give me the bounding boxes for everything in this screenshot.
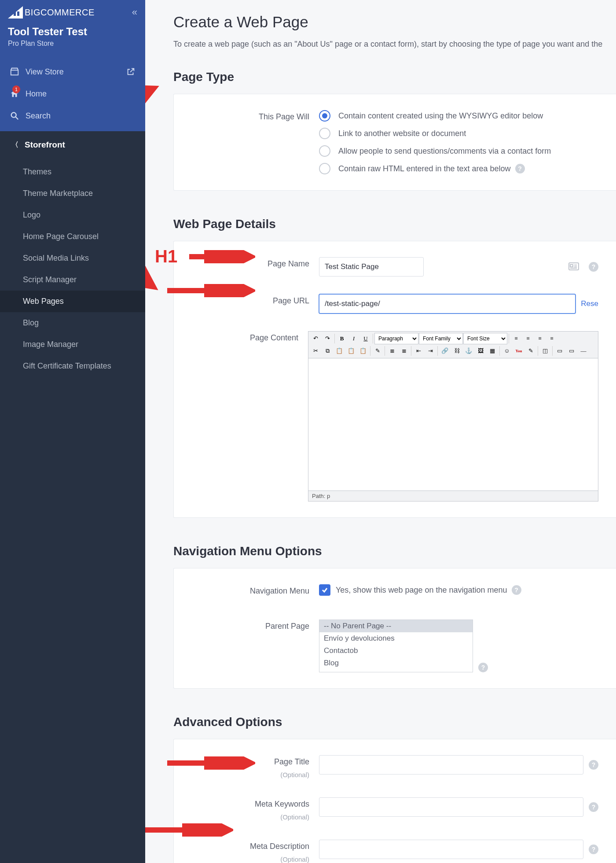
paste-text-button[interactable]: 📋 (345, 345, 357, 357)
logo[interactable]: BIGCOMMERCE (8, 6, 95, 18)
emoji-button[interactable]: ☺ (501, 345, 513, 357)
nav-item-gift-certificate-templates[interactable]: Gift Certificate Templates (0, 355, 145, 377)
clear-format-button[interactable]: ✎ (372, 345, 383, 357)
youtube-button[interactable]: You (513, 345, 524, 357)
home-link[interactable]: Home 1 (0, 83, 145, 105)
help-icon[interactable]: ? (512, 585, 521, 595)
search-label: Search (26, 111, 51, 121)
nav-item-web-pages[interactable]: Web Pages (0, 291, 145, 312)
parent-option[interactable]: -- No Parent Page -- (319, 620, 473, 632)
wysiwyg-body[interactable] (308, 358, 598, 491)
undo-button[interactable]: ↶ (310, 333, 321, 344)
page-type-option-2[interactable]: Allow people to send questions/comments … (319, 145, 551, 157)
paragraph-select[interactable]: Paragraph (374, 333, 418, 344)
nav-back-storefront[interactable]: 〈 Storefront (0, 131, 145, 159)
help-icon[interactable]: ? (589, 760, 598, 770)
align-center-button[interactable]: ≡ (522, 333, 534, 344)
chart-button[interactable]: ◫ (539, 345, 551, 357)
media-button[interactable]: ▦ (487, 345, 498, 357)
number-list-button[interactable]: ≣ (398, 345, 410, 357)
hr-button[interactable]: — (578, 345, 589, 357)
radio-icon (319, 163, 330, 174)
page-title: Create a Web Page (173, 13, 616, 31)
outdent-button[interactable]: ⇤ (413, 345, 424, 357)
wysiwyg-path: Path: p (308, 491, 598, 501)
view-store-link[interactable]: View Store (0, 61, 145, 83)
table2-button[interactable]: ▭ (566, 345, 577, 357)
page-type-option-1[interactable]: Link to another website or document (319, 128, 551, 139)
page-type-option-3[interactable]: Contain raw HTML entered in the text are… (319, 163, 551, 174)
view-store-label: View Store (26, 67, 64, 77)
radio-label: Allow people to send questions/comments … (338, 147, 551, 156)
bold-button[interactable]: B (336, 333, 348, 344)
help-icon[interactable]: ? (589, 845, 598, 854)
nav-item-social-media-links[interactable]: Social Media Links (0, 247, 145, 269)
anchor-button[interactable]: ⚓ (463, 345, 474, 357)
sidebar-header: BIGCOMMERCE « Tool Tester Test Pro Plan … (0, 0, 145, 131)
optional-meta-description: (Optional) (174, 853, 309, 863)
font-size-select[interactable]: Font Size (463, 333, 507, 344)
nav-item-blog[interactable]: Blog (0, 312, 145, 334)
edit-html-button[interactable]: ✎ (525, 345, 536, 357)
logo-commerce: COMMERCE (40, 7, 95, 17)
nav-item-image-manager[interactable]: Image Manager (0, 334, 145, 355)
parent-option[interactable]: Envío y devoluciones (319, 632, 473, 645)
page-name-input[interactable] (319, 257, 424, 277)
search-link[interactable]: Search (0, 105, 145, 127)
page-title-input[interactable] (319, 755, 583, 774)
page-url-input[interactable] (319, 294, 576, 313)
unlink-button[interactable]: ⛓ (451, 345, 462, 357)
radio-label: Link to another website or document (338, 129, 466, 138)
help-icon[interactable]: ? (589, 262, 598, 272)
nav-item-theme-marketplace[interactable]: Theme Marketplace (0, 183, 145, 204)
card-icon (568, 262, 579, 272)
svg-line-5 (16, 117, 18, 120)
table-button[interactable]: ▭ (554, 345, 565, 357)
indent-button[interactable]: ⇥ (425, 345, 436, 357)
label-page-name: Page Name (174, 257, 319, 270)
collapse-sidebar-button[interactable]: « (132, 7, 137, 18)
reset-url-link[interactable]: Rese (581, 299, 598, 308)
bullet-list-button[interactable]: ≣ (386, 345, 398, 357)
sidebar-nav: 〈 Storefront ThemesTheme MarketplaceLogo… (0, 131, 145, 380)
paste-button[interactable]: 📋 (334, 345, 345, 357)
arrow-annotation (145, 84, 163, 123)
parent-option[interactable]: Blog (319, 657, 473, 669)
parent-page-select[interactable]: -- No Parent Page --Envío y devoluciones… (319, 620, 473, 672)
italic-button[interactable]: I (348, 333, 359, 344)
align-right-button[interactable]: ≡ (534, 333, 546, 344)
wysiwyg-editor[interactable]: ↶ ↷ B I U Paragraph Font Family Font Siz… (308, 331, 598, 502)
nav-item-script-manager[interactable]: Script Manager (0, 269, 145, 291)
underline-button[interactable]: U (360, 333, 371, 344)
align-left-button[interactable]: ≡ (510, 333, 522, 344)
page-type-option-0[interactable]: Contain content created using the WYSIWY… (319, 110, 551, 122)
svg-point-4 (11, 113, 16, 118)
font-family-select[interactable]: Font Family (419, 333, 463, 344)
nav-item-themes[interactable]: Themes (0, 161, 145, 183)
link-button[interactable]: 🔗 (439, 345, 451, 357)
panel-navmenu: Navigation Menu Yes, show this web page … (173, 568, 616, 689)
nav-item-home-page-carousel[interactable]: Home Page Carousel (0, 226, 145, 247)
label-page-content: Page Content (174, 331, 308, 344)
copy-button[interactable]: ⧉ (322, 345, 333, 357)
meta-description-input[interactable] (319, 840, 583, 859)
svg-rect-7 (570, 265, 573, 267)
redo-button[interactable]: ↷ (322, 333, 333, 344)
radio-label: Contain content created using the WYSIWY… (338, 111, 543, 121)
label-this-page-will: This Page Will (174, 110, 319, 123)
help-icon[interactable]: ? (478, 663, 488, 672)
svg-rect-3 (11, 70, 18, 75)
nav-menu-checkbox[interactable] (319, 584, 330, 596)
cut-button[interactable]: ✂ (310, 345, 321, 357)
help-icon[interactable]: ? (515, 164, 525, 173)
parent-option[interactable]: Contactob (319, 645, 473, 657)
nav-item-logo[interactable]: Logo (0, 204, 145, 226)
help-icon[interactable]: ? (589, 802, 598, 812)
meta-keywords-input[interactable] (319, 797, 583, 817)
page-type-radio-group: Contain content created using the WYSIWY… (319, 110, 551, 174)
image-button[interactable]: 🖼 (475, 345, 486, 357)
label-page-url: Page URL (174, 294, 319, 307)
paste-word-button[interactable]: 📋 (357, 345, 369, 357)
align-justify-button[interactable]: ≡ (546, 333, 557, 344)
section-navmenu: Navigation Menu Options (173, 544, 616, 558)
